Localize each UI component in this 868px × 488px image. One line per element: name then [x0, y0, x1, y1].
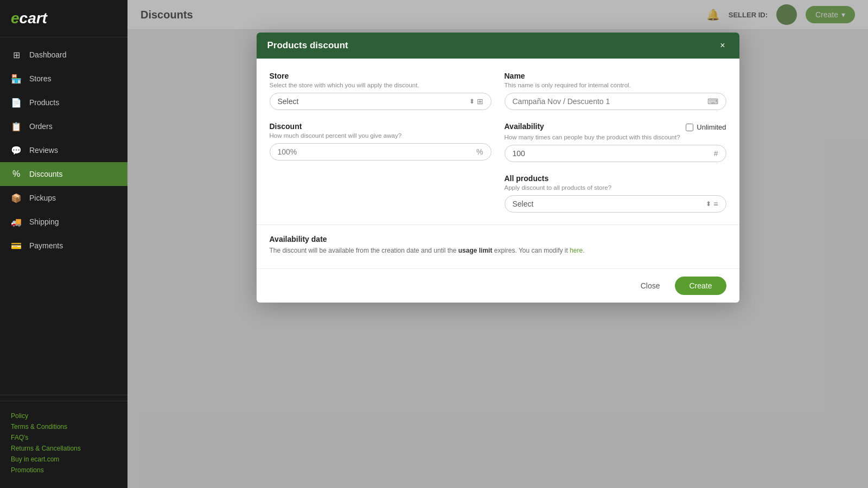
unlimited-label: Unlimited [697, 123, 726, 131]
discounts-icon: % [11, 169, 22, 179]
create-submit-button[interactable]: Create [675, 277, 726, 295]
availability-field-group: Availability Unlimited How many times ca… [505, 122, 726, 162]
sidebar: ecart ⊞ Dashboard 🏪 Stores 📄 Products 📋 … [0, 0, 127, 488]
form-row-discount-availability: Discount How much discount percent will … [270, 122, 726, 162]
modal-footer: Close Create [257, 268, 739, 303]
all-products-arrow-icon: ⬍ [706, 200, 711, 208]
availability-label: Availability [505, 122, 544, 131]
dashboard-icon: ⊞ [11, 49, 22, 60]
discount-label: Discount [270, 122, 492, 131]
name-field-group: Name This name is only required for inte… [505, 72, 726, 110]
availability-input-wrap: # [505, 145, 726, 162]
discount-input[interactable] [278, 147, 474, 156]
avail-here-link[interactable]: here [570, 247, 583, 254]
sidebar-item-stores[interactable]: 🏪 Stores [0, 67, 127, 91]
store-hint: Select the store with which you will app… [270, 82, 492, 88]
availability-input[interactable] [513, 149, 711, 158]
discount-hint: How much discount percent will you give … [270, 132, 492, 139]
avail-desc-end: . [583, 247, 584, 254]
sidebar-item-reviews[interactable]: 💬 Reviews [0, 138, 127, 162]
store-select-wrap: Select Store 1 Store 2 ⬍ ⊞ [270, 93, 492, 110]
discount-percent-icon: % [476, 147, 483, 156]
sidebar-nav: ⊞ Dashboard 🏪 Stores 📄 Products 📋 Orders… [0, 37, 127, 389]
footer-link-buy[interactable]: Buy in ecart.com [11, 455, 117, 463]
avail-desc-bold: usage limit [458, 247, 493, 254]
availability-label-group: Availability [505, 122, 544, 132]
products-icon: 📄 [11, 97, 22, 108]
sidebar-item-label: Orders [29, 122, 53, 131]
all-products-select[interactable]: Select Yes No [513, 200, 706, 208]
payments-icon: 💳 [11, 240, 22, 251]
logo: ecart [11, 10, 47, 27]
unlimited-checkbox[interactable] [686, 124, 693, 131]
sidebar-footer: Policy Terms & Conditions FAQ's Returns … [0, 401, 127, 488]
discount-input-wrap: % [270, 143, 492, 160]
sidebar-item-label: Discounts [29, 170, 62, 178]
footer-link-faqs[interactable]: FAQ's [11, 434, 117, 441]
shipping-icon: 🚚 [11, 216, 22, 227]
avail-desc-before: The discount will be available from the … [270, 247, 458, 254]
footer-link-returns[interactable]: Returns & Cancellations [11, 445, 117, 452]
sidebar-item-label: Reviews [29, 146, 58, 155]
modal-title: Products discount [267, 40, 348, 51]
stores-icon: 🏪 [11, 73, 22, 84]
all-products-label: All products [505, 174, 726, 183]
empty-left-group [270, 174, 492, 213]
sidebar-item-label: Pickups [29, 194, 56, 202]
all-products-select-wrap: Select Yes No ⬍ ≡ [505, 195, 726, 213]
name-input[interactable] [513, 97, 704, 106]
store-field-group: Store Select the store with which you wi… [270, 72, 492, 110]
all-products-hint: Apply discount to all products of store? [505, 184, 726, 191]
sidebar-item-label: Stores [29, 74, 51, 83]
availability-date-section: Availability date The discount will be a… [257, 224, 739, 268]
discount-field-group: Discount How much discount percent will … [270, 122, 492, 162]
availability-date-title: Availability date [270, 235, 726, 243]
sidebar-item-dashboard[interactable]: ⊞ Dashboard [0, 43, 127, 67]
modal-overlay: Products discount × Store Select the sto… [127, 0, 868, 488]
sidebar-item-discounts[interactable]: % Discounts [0, 162, 127, 186]
sidebar-item-shipping[interactable]: 🚚 Shipping [0, 210, 127, 234]
modal-header: Products discount × [257, 33, 739, 59]
sidebar-item-products[interactable]: 📄 Products [0, 91, 127, 114]
store-select[interactable]: Select Store 1 Store 2 [278, 97, 469, 106]
sidebar-item-orders[interactable]: 📋 Orders [0, 114, 127, 138]
footer-link-terms[interactable]: Terms & Conditions [11, 423, 117, 431]
name-hint: This name is only required for internal … [505, 82, 726, 88]
orders-icon: 📋 [11, 121, 22, 132]
name-input-wrap: ⌨ [505, 93, 726, 110]
modal-close-button[interactable]: × [717, 40, 728, 51]
sidebar-item-payments[interactable]: 💳 Payments [0, 234, 127, 258]
logo-area: ecart [0, 0, 127, 37]
store-select-right-icon: ⊞ [477, 97, 483, 106]
all-products-list-icon: ≡ [713, 200, 718, 208]
store-select-arrow-icon: ⬍ [469, 98, 475, 105]
availability-date-desc: The discount will be available from the … [270, 246, 726, 255]
products-discount-modal: Products discount × Store Select the sto… [257, 33, 739, 303]
name-input-icon: ⌨ [707, 97, 718, 106]
modal-body: Store Select the store with which you wi… [257, 59, 739, 213]
close-button[interactable]: Close [632, 277, 669, 294]
unlimited-checkbox-label[interactable]: Unlimited [686, 123, 726, 131]
main-area: Discounts 🔔 SELLER ID: Create ▾ Products… [127, 0, 868, 488]
sidebar-item-label: Payments [29, 241, 63, 250]
footer-link-promotions[interactable]: Promotions [11, 466, 117, 474]
sidebar-item-label: Products [29, 98, 59, 107]
pickups-icon: 📦 [11, 192, 22, 203]
reviews-icon: 💬 [11, 145, 22, 156]
avail-desc-after: expires. You can modify it [492, 247, 570, 254]
store-label: Store [270, 72, 492, 80]
sidebar-item-label: Shipping [29, 217, 59, 226]
sidebar-item-label: Dashboard [29, 50, 67, 59]
name-label: Name [505, 72, 726, 80]
availability-hash-icon: # [714, 149, 718, 158]
availability-header: Availability Unlimited [505, 122, 726, 132]
form-row-all-products: All products Apply discount to all produ… [270, 174, 726, 213]
footer-link-policy[interactable]: Policy [11, 412, 117, 420]
availability-hint: How many times can people buy the produc… [505, 134, 726, 140]
form-row-store-name: Store Select the store with which you wi… [270, 72, 726, 110]
all-products-field-group: All products Apply discount to all produ… [505, 174, 726, 213]
sidebar-item-pickups[interactable]: 📦 Pickups [0, 186, 127, 210]
